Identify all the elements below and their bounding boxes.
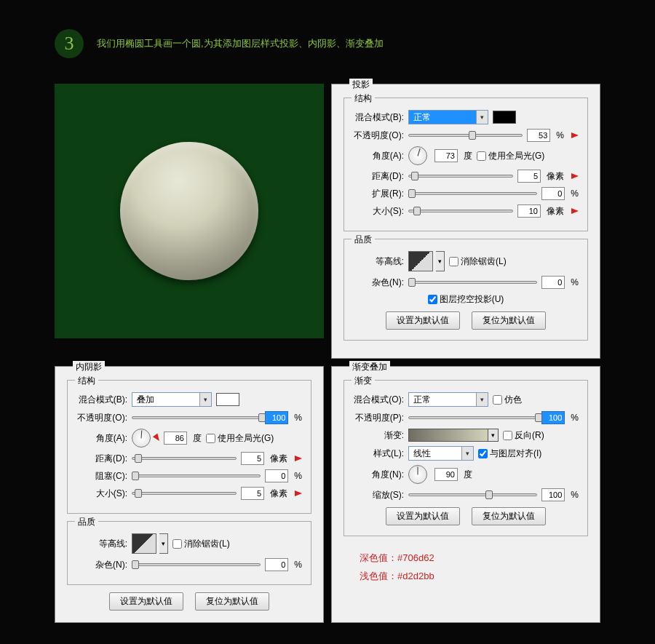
angle-input[interactable] <box>164 432 187 445</box>
gradient-picker[interactable]: ▾ <box>408 429 499 442</box>
panel-title: 渐变叠加 <box>349 361 390 373</box>
global-light-checkbox[interactable]: 使用全局光(G) <box>206 432 274 445</box>
make-default-button[interactable]: 设置为默认值 <box>386 507 460 525</box>
opacity-slider[interactable] <box>408 413 537 423</box>
angle-input[interactable] <box>434 468 458 481</box>
reset-default-button[interactable]: 复位为默认值 <box>195 592 269 611</box>
angle-label: 角度(A): <box>353 150 404 162</box>
chevron-down-icon[interactable]: ▾ <box>436 251 445 271</box>
distance-input[interactable] <box>241 452 264 465</box>
chevron-down-icon[interactable]: ▾ <box>199 393 211 406</box>
opacity-input[interactable] <box>265 411 288 424</box>
unit: % <box>294 560 302 570</box>
opacity-input[interactable] <box>541 411 565 424</box>
opacity-slider[interactable] <box>408 130 523 140</box>
blend-mode-label: 混合模式(O): <box>353 394 404 406</box>
chevron-down-icon[interactable]: ▾ <box>461 447 473 460</box>
angle-input[interactable] <box>434 149 458 162</box>
light-color-label: 浅色值： <box>360 571 397 581</box>
color-swatch[interactable] <box>493 111 516 124</box>
dark-color-value: #706d62 <box>397 552 434 563</box>
scale-input[interactable] <box>541 488 565 501</box>
choke-label: 阻塞(C): <box>76 470 127 482</box>
gradient-preview <box>408 429 488 442</box>
antialias-checkbox[interactable]: 消除锯齿(L) <box>449 255 507 268</box>
contour-thumb <box>408 251 433 271</box>
chevron-down-icon[interactable]: ▾ <box>476 111 488 124</box>
dither-checkbox[interactable]: 仿色 <box>493 394 522 406</box>
opacity-label: 不透明度(O): <box>76 412 127 424</box>
opacity-label: 不透明度(P): <box>353 412 404 424</box>
chevron-down-icon[interactable]: ▾ <box>476 393 488 406</box>
reverse-checkbox[interactable]: 反向(R) <box>503 429 544 442</box>
style-label: 样式(L): <box>353 448 404 460</box>
unit: 像素 <box>270 453 287 465</box>
spread-slider[interactable] <box>408 188 537 199</box>
antialias-checkbox[interactable]: 消除锯齿(L) <box>172 538 230 550</box>
angle-dial[interactable] <box>408 465 427 484</box>
noise-slider[interactable] <box>132 560 261 570</box>
distance-input[interactable] <box>517 170 541 183</box>
light-color-value: #d2d2bb <box>397 571 434 581</box>
chevron-down-icon[interactable]: ▾ <box>488 429 499 442</box>
noise-slider[interactable] <box>408 277 537 287</box>
style-select[interactable]: 线性 ▾ <box>408 446 474 461</box>
knockout-checkbox[interactable]: 图层挖空投影(U) <box>428 293 504 306</box>
size-input[interactable] <box>241 487 264 500</box>
blend-mode-select[interactable]: 叠加 ▾ <box>132 392 212 407</box>
unit: 度 <box>193 432 202 445</box>
blend-mode-select[interactable]: 正常 ▾ <box>408 392 488 407</box>
align-layer-checkbox[interactable]: 与图层对齐(I) <box>478 448 541 460</box>
arrow-icon <box>571 208 579 214</box>
quality-group: 品质 等高线: ▾ 消除锯齿(L) 杂色(N): % 图层挖空投影(U) <box>344 239 588 341</box>
noise-label: 杂色(N): <box>353 277 404 289</box>
opacity-label: 不透明度(O): <box>353 130 404 142</box>
color-swatch[interactable] <box>216 393 239 406</box>
angle-label: 角度(N): <box>353 469 404 481</box>
preview-sphere <box>120 142 258 280</box>
distance-slider[interactable] <box>408 171 513 181</box>
spread-input[interactable] <box>541 187 565 200</box>
angle-dial[interactable] <box>408 146 427 165</box>
arrow-icon <box>295 490 302 496</box>
group-legend: 结构 <box>75 375 98 387</box>
size-slider[interactable] <box>408 206 513 216</box>
reset-default-button[interactable]: 复位为默认值 <box>472 507 546 525</box>
contour-label: 等高线: <box>76 538 127 550</box>
contour-picker[interactable]: ▾ <box>132 533 168 554</box>
size-slider[interactable] <box>132 488 237 498</box>
scale-slider[interactable] <box>408 490 537 500</box>
opacity-slider[interactable] <box>132 413 261 423</box>
blend-mode-select[interactable]: 正常 ▾ <box>408 110 488 124</box>
distance-slider[interactable] <box>132 453 237 464</box>
drop-shadow-panel: 投影 结构 混合模式(B): 正常 ▾ 不透明度(O): % <box>331 84 600 359</box>
step-description: 我们用椭圆工具画一个圆,为其添加图层样式投影、内阴影、渐变叠加 <box>97 37 384 50</box>
group-legend: 渐变 <box>352 375 375 387</box>
gradient-group: 渐变 混合模式(O): 正常 ▾ 仿色 不透明度(P): % 渐变: <box>344 380 588 536</box>
structure-group: 结构 混合模式(B): 正常 ▾ 不透明度(O): % <box>344 98 588 231</box>
choke-input[interactable] <box>265 469 288 482</box>
make-default-button[interactable]: 设置为默认值 <box>109 592 183 611</box>
unit: % <box>556 130 564 140</box>
unit: % <box>294 413 302 423</box>
panel-title: 投影 <box>349 79 373 91</box>
noise-input[interactable] <box>541 276 565 289</box>
quality-group: 品质 等高线: ▾ 消除锯齿(L) 杂色(N): % <box>67 521 311 585</box>
angle-dial[interactable] <box>132 429 151 448</box>
contour-picker[interactable]: ▾ <box>408 251 445 271</box>
chevron-down-icon[interactable]: ▾ <box>159 533 168 554</box>
unit: % <box>294 471 302 481</box>
choke-slider[interactable] <box>132 471 261 481</box>
scale-label: 缩放(S): <box>353 489 404 501</box>
noise-input[interactable] <box>265 558 288 571</box>
global-light-checkbox[interactable]: 使用全局光(G) <box>477 150 544 162</box>
unit: % <box>571 188 579 199</box>
reset-default-button[interactable]: 复位为默认值 <box>472 311 546 330</box>
make-default-button[interactable]: 设置为默认值 <box>386 311 460 330</box>
opacity-input[interactable] <box>527 129 550 142</box>
step-number-badge: 3 <box>55 29 84 58</box>
noise-label: 杂色(N): <box>76 559 127 571</box>
group-legend: 品质 <box>352 234 375 246</box>
size-label: 大小(S): <box>76 488 127 500</box>
size-input[interactable] <box>517 204 541 218</box>
